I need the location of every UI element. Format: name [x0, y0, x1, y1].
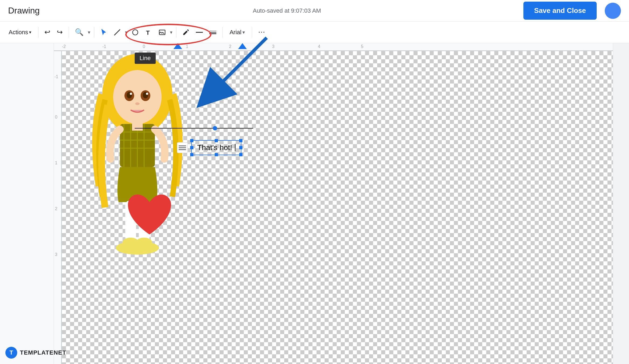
top-bar: Drawing Auto-saved at 9:07:03 AM Save an… [0, 0, 629, 22]
checker-background: That's hot! [62, 51, 613, 364]
svg-text:2: 2 [55, 206, 57, 211]
text-cursor [235, 144, 235, 151]
font-name: Arial [230, 29, 241, 36]
text-top-line [135, 128, 253, 129]
redo-button[interactable]: ↪ [55, 26, 65, 39]
svg-text:4: 4 [318, 44, 320, 49]
undo-button[interactable]: ↩ [42, 26, 53, 39]
ruler-top: -2 -1 0 1 2 3 4 5 [54, 43, 613, 51]
svg-text:T: T [146, 29, 150, 36]
ruler-left: -1 0 1 2 3 [54, 51, 62, 364]
svg-rect-44 [132, 123, 143, 131]
tools-chevron: ▾ [170, 29, 172, 35]
line-tool-button[interactable] [112, 27, 123, 38]
toolbar: Actions ▾ ↩ ↪ 🔍 ▾ ▾ T ▾ [0, 22, 629, 43]
svg-text:3: 3 [55, 252, 57, 257]
heart-shape [123, 189, 176, 242]
handle-middle-left [190, 146, 193, 149]
handle-top-right [239, 139, 242, 142]
actions-label: Actions [9, 29, 28, 36]
svg-marker-19 [173, 43, 182, 49]
pen-color-button[interactable] [180, 27, 192, 38]
font-selector-button[interactable]: Arial ▾ [226, 27, 248, 37]
align-bar-2 [179, 147, 186, 148]
more-options-button[interactable]: ⋯ [256, 26, 267, 39]
logo-icon: T [5, 347, 17, 359]
separator-1 [38, 27, 39, 38]
svg-point-35 [135, 102, 140, 105]
line-weight-button[interactable] [207, 28, 218, 36]
handle-middle-right [239, 146, 242, 149]
svg-text:3: 3 [272, 44, 274, 49]
zoom-chevron: ▾ [88, 29, 90, 35]
svg-point-34 [146, 93, 148, 95]
select-tool-button[interactable] [98, 27, 109, 38]
left-sidebar: oc xt [0, 0, 54, 364]
svg-text:0: 0 [143, 44, 145, 49]
handle-bottom-center [215, 153, 218, 156]
shape-tool-button[interactable] [130, 27, 141, 38]
logo-text: TEMPLATENET [20, 349, 66, 356]
actions-menu-button[interactable]: Actions ▾ [5, 27, 34, 38]
line-style-button[interactable] [194, 29, 205, 36]
text-tool-button[interactable]: T [143, 27, 154, 38]
zoom-button[interactable]: 🔍 [73, 26, 86, 39]
svg-text:0: 0 [55, 115, 57, 119]
avatar [605, 3, 621, 19]
line-tool-chevron: ▾ [125, 29, 127, 35]
actions-chevron: ▾ [29, 30, 31, 35]
svg-text:1: 1 [186, 44, 188, 49]
text-content: That's hot! [197, 143, 232, 152]
svg-text:1: 1 [55, 161, 57, 165]
svg-point-33 [130, 93, 132, 95]
svg-text:2: 2 [229, 44, 231, 49]
align-bar-3 [179, 149, 186, 150]
text-box[interactable]: That's hot! [191, 140, 241, 155]
svg-marker-20 [238, 43, 247, 49]
handle-bottom-left [190, 153, 193, 156]
separator-5 [222, 27, 223, 38]
font-chevron: ▾ [242, 29, 245, 35]
separator-4 [176, 27, 176, 38]
svg-line-0 [114, 29, 120, 35]
app-title: Drawing [8, 6, 40, 16]
autosave-status: Auto-saved at 9:07:03 AM [50, 7, 523, 14]
text-align-icon[interactable] [177, 142, 188, 153]
separator-6 [252, 27, 252, 38]
drawing-canvas[interactable]: That's hot! [62, 51, 613, 364]
svg-point-28 [113, 70, 162, 124]
handle-bottom-right [239, 153, 242, 156]
handle-top-center [215, 139, 218, 142]
separator-2 [69, 27, 69, 38]
svg-text:-1: -1 [54, 74, 58, 79]
save-close-button[interactable]: Save and Close [523, 2, 597, 20]
svg-text:5: 5 [361, 44, 363, 49]
handle-top-left [190, 139, 193, 142]
svg-point-1 [133, 30, 138, 35]
align-bar-1 [179, 145, 186, 146]
image-tool-button[interactable] [157, 27, 168, 38]
bottom-logo: T TEMPLATENET [5, 347, 66, 359]
logo-letter: T [9, 349, 13, 356]
svg-text:-1: -1 [102, 44, 106, 49]
svg-text:-2: -2 [62, 44, 66, 49]
svg-point-49 [116, 241, 159, 255]
top-line-handle [213, 126, 217, 130]
right-scrollbar[interactable] [613, 43, 629, 364]
separator-3 [94, 27, 94, 38]
